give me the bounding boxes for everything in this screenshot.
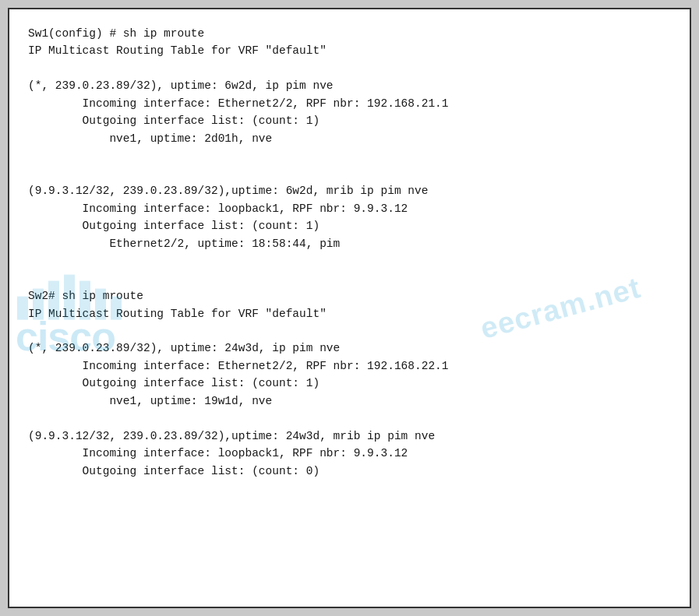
svg-rect-0 xyxy=(17,296,28,319)
terminal-window: cisco eecram.net Sw1(config) # sh ip mro… xyxy=(8,8,691,608)
terminal-output: Sw1(config) # sh ip mroute IP Multicast … xyxy=(28,25,671,480)
